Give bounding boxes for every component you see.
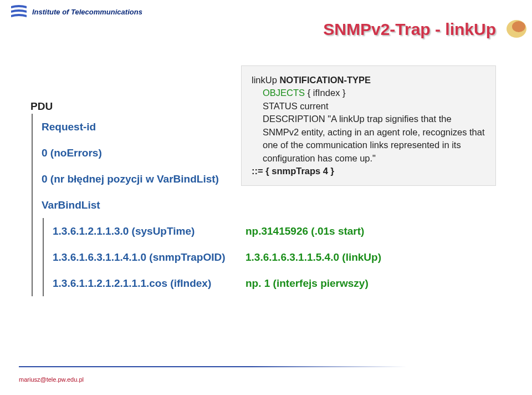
decorative-blob-icon bbox=[503, 16, 530, 42]
varbind-row: 1.3.6.1.6.3.1.1.4.1.0 (snmpTrapOID) 1.3.… bbox=[53, 244, 381, 270]
code-objects-value: { ifIndex } bbox=[305, 88, 345, 98]
pdu-error-index: 0 (nr błędnej pozycji w VarBindList) bbox=[42, 166, 381, 192]
varbind-value: np.31415926 (.01s start) bbox=[245, 226, 364, 236]
varbind-oid: 1.3.6.1.6.3.1.1.4.1.0 (snmpTrapOID) bbox=[53, 252, 245, 262]
institute-logo-icon bbox=[10, 4, 28, 19]
code-line-2: OBJECTS { ifIndex } bbox=[252, 87, 485, 99]
code-identifier: linkUp bbox=[252, 75, 279, 85]
varbind-row: 1.3.6.1.2.1.1.3.0 (sysUpTime) np.3141592… bbox=[53, 218, 381, 244]
varbind-row: 1.3.6.1.1.2.1.2.1.1.1.cos (ifIndex) np. … bbox=[53, 270, 381, 296]
slide-title: SNMPv2-Trap - linkUp bbox=[323, 20, 496, 39]
pdu-noerrors: 0 (noErrors) bbox=[42, 140, 381, 166]
pdu-request-id: Request-id bbox=[42, 114, 381, 140]
page-header: Institute of Telecommunications bbox=[0, 0, 532, 20]
varbind-value: 1.3.6.1.6.3.1.1.5.4.0 (linkUp) bbox=[245, 252, 381, 262]
varbind-list: 1.3.6.1.2.1.1.3.0 (sysUpTime) np.3141592… bbox=[43, 218, 381, 296]
varbind-value: np. 1 (interfejs pierwszy) bbox=[245, 278, 369, 288]
code-line-1: linkUp NOTIFICATION-TYPE bbox=[252, 74, 485, 87]
institute-name: Institute of Telecommunications bbox=[32, 8, 142, 16]
code-keyword: NOTIFICATION-TYPE bbox=[279, 75, 371, 85]
pdu-section: PDU Request-id 0 (noErrors) 0 (nr błędne… bbox=[30, 101, 381, 296]
pdu-label: PDU bbox=[30, 101, 381, 112]
footer-email: mariusz@tele.pw.edu.pl bbox=[19, 376, 84, 383]
pdu-list: Request-id 0 (noErrors) 0 (nr błędnej po… bbox=[32, 114, 381, 296]
page-footer: mariusz@tele.pw.edu.pl bbox=[19, 376, 84, 383]
varbind-oid: 1.3.6.1.2.1.1.3.0 (sysUpTime) bbox=[53, 226, 245, 236]
svg-point-1 bbox=[512, 21, 525, 32]
code-objects-keyword: OBJECTS bbox=[263, 88, 305, 98]
pdu-varbindlist-label: VarBindList bbox=[42, 192, 381, 218]
varbind-oid: 1.3.6.1.1.2.1.2.1.1.1.cos (ifIndex) bbox=[53, 278, 245, 288]
footer-divider bbox=[19, 366, 407, 367]
